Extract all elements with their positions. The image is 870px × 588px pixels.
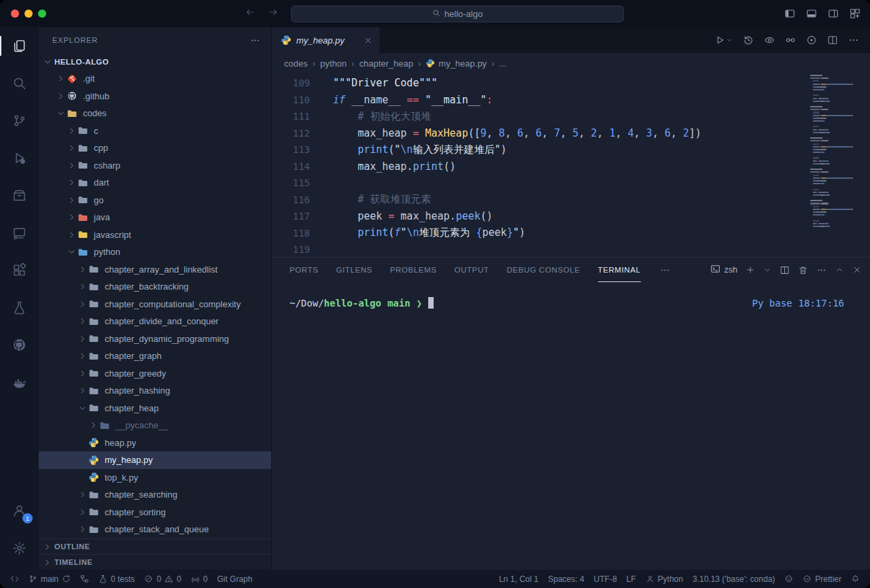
status-cursor-position[interactable]: Ln 1, Col 1 — [494, 570, 543, 588]
tree-item-chapter-heap[interactable]: chapter_heap — [39, 400, 271, 417]
tree-item-cpp[interactable]: cpp — [39, 139, 271, 157]
activity-github[interactable] — [0, 326, 39, 364]
breadcrumb-codes[interactable]: codes — [284, 58, 308, 69]
code-editor[interactable]: 109"""Driver Code"""110if __name__ == "_… — [272, 73, 870, 257]
status-git-graph[interactable]: Git Graph — [212, 570, 257, 588]
tree-item-chapter-hashing[interactable]: chapter_hashing — [39, 382, 271, 400]
tree-item-chapter-dynamic-programming[interactable]: chapter_dynamic_programming — [39, 330, 271, 348]
tree-item-pycache[interactable]: __pycache__ — [39, 417, 271, 434]
toggle-secondary-sidebar-icon[interactable] — [828, 8, 839, 19]
tree-item-javascript[interactable]: javascript — [39, 226, 271, 244]
breadcrumb-python[interactable]: python — [320, 58, 347, 69]
activity-search[interactable] — [0, 65, 39, 102]
status-ports[interactable]: 0 — [186, 570, 213, 588]
zoom-window-button[interactable] — [38, 10, 46, 18]
status-type-hierarchy[interactable] — [75, 570, 94, 588]
status-problems[interactable]: 00 — [139, 570, 186, 588]
status-git-branch[interactable]: main — [24, 570, 75, 588]
status-eol[interactable]: LF — [622, 570, 641, 588]
status-notifications[interactable] — [846, 570, 865, 588]
minimize-window-button[interactable] — [24, 10, 33, 18]
activity-run-and-debug[interactable] — [0, 139, 39, 177]
panel-tab-terminal[interactable]: TERMINAL — [598, 258, 641, 282]
tree-item-chapter-searching[interactable]: chapter_searching — [39, 486, 271, 504]
status-indentation[interactable]: Spaces: 4 — [543, 570, 589, 588]
maximize-panel-icon[interactable] — [835, 265, 844, 275]
close-window-button[interactable] — [11, 10, 19, 18]
close-tab-icon[interactable] — [364, 36, 372, 45]
activity-extensions[interactable] — [0, 252, 39, 289]
tree-item-my-heap-py[interactable]: my_heap.py — [39, 451, 271, 469]
tree-item-chapter-stack-and-queue[interactable]: chapter_stack_and_queue — [39, 521, 271, 538]
tree-item-java[interactable]: java — [39, 209, 271, 226]
activity-remote-explorer[interactable] — [0, 214, 39, 252]
panel-tab-output[interactable]: OUTPUT — [455, 258, 489, 282]
customize-layout-icon[interactable] — [850, 8, 860, 19]
tree-item-dart[interactable]: dart — [39, 174, 271, 192]
more-actions-button[interactable] — [848, 35, 859, 46]
activity-explorer[interactable] — [0, 27, 39, 65]
tree-item-chapter-graph[interactable]: chapter_graph — [39, 347, 271, 365]
activity-library[interactable] — [0, 177, 39, 214]
terminal-cursor[interactable] — [428, 297, 434, 309]
tree-item-codes[interactable]: codes — [39, 105, 271, 122]
tree-item-python[interactable]: python — [39, 243, 271, 261]
tree-item-chapter-sorting[interactable]: chapter_sorting — [39, 504, 271, 521]
split-editor-button[interactable] — [827, 35, 838, 46]
status-language-mode[interactable]: Python — [641, 570, 688, 588]
panel-tab-gitlens[interactable]: GITLENS — [336, 258, 372, 282]
tree-item-c[interactable]: c — [39, 122, 271, 140]
tree-item-heap-py[interactable]: heap.py — [39, 434, 271, 452]
tree-item-github[interactable]: .github — [39, 88, 271, 105]
close-panel-icon[interactable] — [852, 265, 862, 275]
timeline-section[interactable]: TIMELINE — [39, 554, 271, 570]
file-history-button[interactable] — [743, 35, 754, 46]
tree-item-git[interactable]: .git — [39, 70, 271, 88]
back-arrow-icon[interactable] — [245, 7, 256, 20]
status-feedback[interactable] — [780, 570, 798, 588]
activity-testing[interactable] — [0, 289, 39, 326]
terminal-profiles-dropdown-icon[interactable] — [763, 266, 771, 274]
activity-docker[interactable] — [0, 364, 39, 401]
terminal[interactable]: ~/Dow/hello-algo main ❯ Py base 18:17:16 — [272, 282, 870, 570]
status-encoding[interactable]: UTF-8 — [589, 570, 622, 588]
tree-root-hello-algo[interactable]: HELLO-ALGO — [39, 53, 271, 70]
tree-item-chapter-array-and-linkedlist[interactable]: chapter_array_and_linkedlist — [39, 261, 271, 279]
open-changes-button[interactable] — [785, 35, 796, 46]
status-tests[interactable]: 0 tests — [94, 570, 139, 588]
activity-accounts[interactable]: 1 — [0, 492, 39, 530]
tree-item-chapter-backtracking[interactable]: chapter_backtracking — [39, 278, 271, 296]
panel-more-actions-icon[interactable] — [816, 265, 826, 275]
tree-item-chapter-greedy[interactable]: chapter_greedy — [39, 365, 271, 383]
panel-tab-debug-console[interactable]: DEBUG CONSOLE — [506, 258, 580, 282]
forward-arrow-icon[interactable] — [268, 7, 279, 20]
status-python-interpreter[interactable]: 3.10.13 ('base': conda) — [688, 570, 780, 588]
new-terminal-button[interactable] — [746, 265, 755, 275]
terminal-profile[interactable]: zsh — [710, 264, 737, 276]
explorer-more-actions-icon[interactable] — [250, 35, 260, 46]
panel-tabs-more-icon[interactable] — [660, 265, 670, 275]
gitlens-graph-button[interactable] — [806, 35, 817, 46]
minimap[interactable] — [810, 75, 865, 231]
tree-item-go[interactable]: go — [39, 192, 271, 209]
panel-tab-ports[interactable]: PORTS — [290, 258, 318, 282]
activity-manage[interactable] — [0, 530, 39, 567]
toggle-sidebar-icon[interactable] — [784, 8, 795, 19]
toggle-panel-icon[interactable] — [806, 8, 817, 19]
tree-item-top-k-py[interactable]: top_k.py — [39, 469, 271, 487]
split-terminal-button[interactable] — [780, 265, 790, 275]
status-remote-indicator[interactable] — [5, 570, 24, 588]
gitlens-annotations-button[interactable] — [764, 35, 775, 46]
activity-source-control[interactable] — [0, 102, 39, 139]
panel-tab-problems[interactable]: PROBLEMS — [390, 258, 437, 282]
status-prettier[interactable]: Prettier — [798, 570, 846, 588]
breadcrumb-chapter-heap[interactable]: chapter_heap — [359, 58, 413, 69]
command-center-search[interactable]: hello-algo — [291, 5, 624, 22]
outline-section[interactable]: OUTLINE — [39, 538, 271, 554]
run-python-file-button[interactable] — [714, 35, 733, 46]
kill-terminal-button[interactable] — [798, 265, 808, 275]
breadcrumb-my-heap-py[interactable]: my_heap.py — [425, 58, 487, 69]
tree-item-chapter-computational-complexity[interactable]: chapter_computational_complexity — [39, 296, 271, 313]
tree-item-chapter-divide-and-conquer[interactable]: chapter_divide_and_conquer — [39, 313, 271, 330]
tree-item-csharp[interactable]: csharp — [39, 157, 271, 175]
